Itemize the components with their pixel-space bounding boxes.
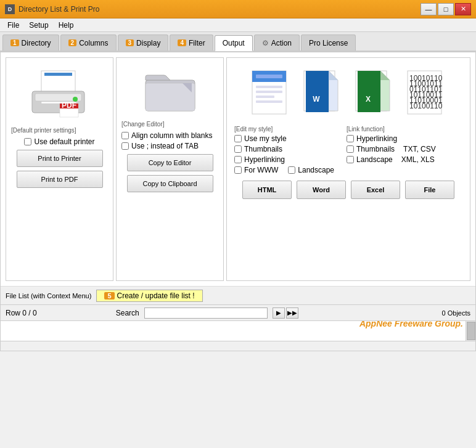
search-bar: Row 0 / 0 Search ▶ ▶▶ 0 Objects <box>1 305 475 321</box>
svg-text:10100110: 10100110 <box>409 102 443 110</box>
search-controls: ▶ ▶▶ <box>273 307 298 319</box>
tab-label-directory: Directory <box>22 39 51 47</box>
printer-icon: PDF <box>23 68 97 123</box>
svg-text:W: W <box>313 95 320 104</box>
link-thumbnails-checkbox[interactable] <box>347 145 354 153</box>
for-www-row: For WWW Landscape <box>234 166 334 174</box>
xml-xls-label: XML, XLS <box>401 155 435 164</box>
objects-count: 0 Objects <box>442 309 470 317</box>
use-default-printer-label: Use default printer <box>34 137 94 146</box>
link-landscape-label: Landscape <box>356 155 393 164</box>
tab-prolicense[interactable]: Pro License <box>301 35 356 51</box>
align-column-row: Align column with blanks <box>121 131 218 140</box>
editor-checkboxes: Align column with blanks Use ; instead o… <box>121 131 218 150</box>
use-my-style-label: Use my style <box>244 134 287 143</box>
align-column-checkbox[interactable] <box>121 132 129 139</box>
link-hyperlinking-label: Hyperlinking <box>356 134 397 143</box>
tab-action[interactable]: ⚙ Action <box>254 35 300 51</box>
link-function-col: [Link function] Hyperlinking Thumbnails … <box>347 126 436 174</box>
vertical-scrollbar[interactable] <box>466 321 475 341</box>
svg-rect-17 <box>256 100 282 103</box>
tab-directory[interactable]: 1 Directory <box>2 35 59 51</box>
window-controls: — □ ✕ <box>421 3 471 15</box>
menu-file[interactable]: File <box>2 20 24 31</box>
link-function-label: [Link function] <box>347 126 385 132</box>
use-my-style-checkbox[interactable] <box>234 135 242 142</box>
svg-rect-13 <box>256 75 282 78</box>
use-semicolon-row: Use ; instead of TAB <box>121 142 218 150</box>
watermark: AppNee Freeware Group. <box>359 321 463 328</box>
tab-num-1: 1 <box>10 39 19 46</box>
excel-button[interactable]: Excel <box>351 181 400 199</box>
landscape-label: Landscape <box>298 166 334 174</box>
print-section: PDF [Default printer settings] Use defau… <box>6 57 113 281</box>
thumbnails-label: Thumbnails <box>244 145 282 153</box>
horizontal-scrollbar[interactable] <box>1 341 475 351</box>
hyperlinking-row: Hyperlinking <box>234 155 334 164</box>
folder-icon <box>142 68 198 117</box>
align-column-label: Align column with blanks <box>131 131 212 140</box>
tab-output[interactable]: Output <box>215 35 253 51</box>
copy-to-editor-button[interactable]: Copy to Editor <box>127 154 213 171</box>
link-thumbnails-label: Thumbnails <box>356 145 395 153</box>
word-button[interactable]: Word <box>297 181 346 199</box>
close-button[interactable]: ✕ <box>455 3 471 15</box>
tab-num-2: 2 <box>68 39 77 46</box>
use-my-style-row: Use my style <box>234 134 334 143</box>
word-output-icon: W <box>300 68 345 117</box>
tab-columns[interactable]: 2 Columns <box>60 35 117 51</box>
tab-num-3: 3 <box>126 39 134 46</box>
tab-filter[interactable]: 4 Filter <box>170 35 213 51</box>
svg-rect-1 <box>44 73 72 76</box>
menu-help[interactable]: Help <box>54 20 79 31</box>
output-icons: W X 10010110 <box>248 63 448 122</box>
print-to-pdf-button[interactable]: Print to PDF <box>17 171 103 188</box>
thumbnails-checkbox[interactable] <box>234 145 242 153</box>
svg-text:PDF: PDF <box>62 101 76 110</box>
use-semicolon-checkbox[interactable] <box>121 142 129 150</box>
maximize-button[interactable]: □ <box>438 3 454 15</box>
filelist-area: AppNee Freeware Group. <box>1 321 475 341</box>
link-landscape-checkbox[interactable] <box>347 156 354 163</box>
hyperlinking-label: Hyperlinking <box>244 155 285 164</box>
tabbar: 1 Directory 2 Columns 3 Display 4 Filter… <box>0 32 476 52</box>
html-button[interactable]: HTML <box>242 181 292 199</box>
minimize-button[interactable]: — <box>421 3 437 15</box>
tab-label-filter: Filter <box>189 39 205 47</box>
row-label: Row 0 / 0 <box>6 309 37 317</box>
use-semicolon-label: Use ; instead of TAB <box>131 142 199 150</box>
svg-rect-16 <box>256 96 274 98</box>
create-filelist-button[interactable]: 5 Create / update file list ! <box>96 290 202 302</box>
output-checks: [Edit my style] Use my style Thumbnails … <box>232 126 465 174</box>
step-badge: 5 <box>104 292 114 299</box>
tab-label-action: Action <box>271 39 292 47</box>
link-hyperlinking-checkbox[interactable] <box>347 135 354 142</box>
use-default-printer-checkbox[interactable] <box>24 138 31 145</box>
menu-setup[interactable]: Setup <box>24 20 53 31</box>
svg-rect-22 <box>358 71 380 112</box>
svg-text:X: X <box>365 95 370 104</box>
menubar: File Setup Help <box>0 18 476 32</box>
print-to-printer-button[interactable]: Print to Printer <box>17 150 103 167</box>
output-buttons: HTML Word Excel File <box>242 181 454 199</box>
search-all-button[interactable]: ▶▶ <box>286 307 298 319</box>
tab-display[interactable]: 3 Display <box>118 35 169 51</box>
landscape-checkbox[interactable] <box>288 166 295 174</box>
svg-rect-19 <box>306 71 329 112</box>
for-www-checkbox[interactable] <box>234 166 242 174</box>
output-panel: PDF [Default printer settings] Use defau… <box>1 52 475 287</box>
html-output-icon <box>248 68 293 117</box>
file-button[interactable]: File <box>405 181 454 199</box>
link-hyperlinking-row: Hyperlinking <box>347 134 436 143</box>
search-next-button[interactable]: ▶ <box>273 307 285 319</box>
hyperlinking-checkbox[interactable] <box>234 156 242 163</box>
excel-output-icon: X <box>352 68 396 117</box>
editor-setting-label: [Change Editor] <box>121 121 165 128</box>
search-label: Search <box>116 309 139 317</box>
link-landscape-row: Landscape XML, XLS <box>347 155 436 164</box>
copy-to-clipboard-button[interactable]: Copy to Clipboard <box>127 175 213 192</box>
tab-num-4: 4 <box>178 39 186 46</box>
search-input[interactable] <box>144 307 268 319</box>
app-icon: D <box>5 4 15 14</box>
scroll-thumb[interactable] <box>467 322 475 340</box>
